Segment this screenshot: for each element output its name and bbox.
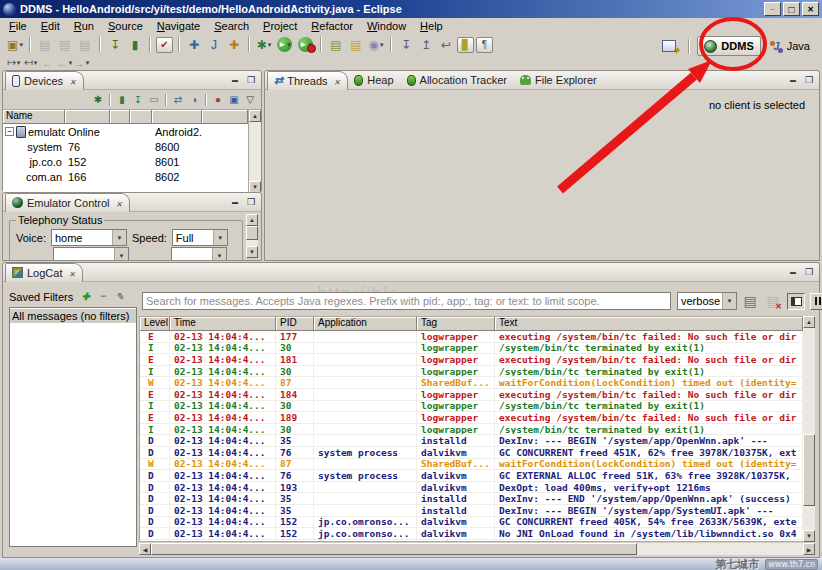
mark-occurrences-button[interactable]: ▊ bbox=[457, 37, 474, 53]
clear-log-button[interactable] bbox=[764, 293, 782, 310]
dump-hprof-button[interactable]: ↧ bbox=[130, 92, 146, 107]
menu-item[interactable]: Navigate bbox=[150, 19, 207, 33]
new-wizard-button[interactable]: ▣ bbox=[6, 36, 24, 54]
close-icon[interactable] bbox=[332, 75, 341, 87]
pause-log-button[interactable] bbox=[810, 293, 822, 310]
column-header[interactable] bbox=[152, 110, 202, 124]
stop-process-button[interactable]: ● bbox=[210, 92, 226, 107]
maximize-view-button[interactable] bbox=[803, 267, 815, 278]
scrollbar-thumb[interactable] bbox=[151, 543, 637, 555]
tab-devices[interactable]: Devices bbox=[5, 71, 84, 90]
new-junit-button[interactable]: J bbox=[205, 36, 223, 54]
chevron-down-icon[interactable] bbox=[114, 248, 128, 260]
menu-item[interactable]: Run bbox=[67, 19, 101, 33]
new-task-button[interactable]: ✔ bbox=[156, 37, 173, 53]
search-button[interactable]: ◉ bbox=[367, 36, 385, 54]
log-row[interactable]: D 02-13 14:04:4... 152 jp.co.omronso... … bbox=[140, 528, 803, 540]
last-edit-location-button[interactable]: ↩ bbox=[437, 36, 455, 54]
search-input[interactable] bbox=[142, 292, 671, 310]
new-project-button[interactable]: ✚ bbox=[185, 36, 203, 54]
menu-item[interactable]: Window bbox=[360, 19, 413, 33]
process-row[interactable]: jp.co.o 152 8601 bbox=[3, 154, 248, 169]
scroll-left-button[interactable] bbox=[139, 543, 151, 555]
save-button[interactable]: ▤ bbox=[36, 36, 54, 54]
filter-item[interactable]: All messages (no filters) bbox=[10, 309, 136, 323]
log-row[interactable]: I 02-13 14:04:4... 30 logwrapper /system… bbox=[140, 424, 803, 436]
close-icon[interactable] bbox=[66, 267, 75, 279]
menu-item[interactable]: Search bbox=[207, 19, 256, 33]
column-header[interactable]: Application bbox=[314, 317, 417, 331]
log-vertical-scrollbar[interactable] bbox=[803, 316, 815, 542]
voice-select[interactable]: home bbox=[51, 229, 127, 246]
scroll-right-button[interactable] bbox=[803, 543, 815, 555]
external-tools-button[interactable]: ► bbox=[298, 37, 313, 52]
screen-capture-button[interactable]: ▣ bbox=[226, 92, 242, 107]
log-row[interactable]: D 02-13 14:04:4... 76 system process dal… bbox=[140, 447, 803, 459]
log-row[interactable]: D 02-13 14:04:4... 152 jp.co.omronso... … bbox=[140, 517, 803, 529]
log-row[interactable]: D 02-13 14:04:4... 35 installd DexInv: -… bbox=[140, 435, 803, 447]
minimize-window-button[interactable] bbox=[764, 2, 781, 16]
scroll-down-button[interactable] bbox=[249, 181, 261, 192]
close-window-button[interactable] bbox=[802, 2, 819, 16]
scroll-up-button[interactable] bbox=[249, 110, 261, 122]
close-icon[interactable] bbox=[114, 197, 123, 209]
scroll-up-button[interactable] bbox=[246, 214, 258, 226]
maximize-view-button[interactable] bbox=[803, 75, 815, 86]
delete-filter-button[interactable] bbox=[96, 290, 109, 303]
minimize-view-button[interactable] bbox=[787, 75, 799, 86]
log-level-select[interactable]: verbose bbox=[677, 292, 737, 310]
update-heap-button[interactable]: ▮ bbox=[114, 92, 130, 107]
latency-select[interactable] bbox=[171, 247, 227, 260]
device-row[interactable]: emulator-5554 Online Android2... bbox=[3, 124, 248, 139]
next-annotation-button[interactable]: ↧ bbox=[397, 36, 415, 54]
back-history-button[interactable]: ← bbox=[57, 56, 72, 69]
tab-logcat[interactable]: LogCat bbox=[5, 263, 83, 282]
log-row[interactable]: D 02-13 14:04:4... 76 system process dal… bbox=[140, 470, 803, 482]
perspective-ddms-button[interactable]: DDMS bbox=[697, 36, 760, 56]
menu-item[interactable]: Help bbox=[413, 19, 450, 33]
debug-process-button[interactable]: ✱ bbox=[90, 92, 106, 107]
log-row[interactable]: D 02-13 14:04:4... 152 jp.co.omronso... … bbox=[140, 540, 803, 541]
scrollbar-thumb[interactable] bbox=[803, 434, 815, 506]
close-icon[interactable] bbox=[67, 75, 76, 87]
open-type-button[interactable]: ▤ bbox=[327, 36, 345, 54]
column-header[interactable]: Text bbox=[495, 317, 803, 331]
tab-threads[interactable]: Threads bbox=[267, 71, 348, 90]
log-horizontal-scrollbar[interactable] bbox=[139, 543, 815, 555]
log-row[interactable]: I 02-13 14:04:4... 30 logwrapper /system… bbox=[140, 401, 803, 413]
menu-item[interactable]: Refactor bbox=[304, 19, 360, 33]
tab-file-explorer[interactable]: File Explorer bbox=[514, 71, 604, 90]
log-row[interactable]: E 02-13 14:04:4... 177 logwrapper execut… bbox=[140, 331, 803, 343]
update-threads-button[interactable]: ⇄ bbox=[170, 92, 186, 107]
log-row[interactable]: E 02-13 14:04:4... 189 logwrapper execut… bbox=[140, 412, 803, 424]
tab-emulator-control[interactable]: Emulator Control bbox=[5, 193, 130, 212]
perspective-java-button[interactable]: J Java bbox=[764, 36, 816, 56]
avd-manager-button[interactable]: ▮ bbox=[126, 36, 144, 54]
sdk-manager-button[interactable]: ↧ bbox=[106, 36, 124, 54]
previous-annotation-button[interactable]: ↥ bbox=[417, 36, 435, 54]
start-profiling-button[interactable]: ◑ bbox=[186, 92, 202, 107]
run-button[interactable]: ► bbox=[277, 37, 292, 52]
menu-item[interactable]: File bbox=[2, 19, 34, 33]
cause-gc-button[interactable]: ▭ bbox=[146, 92, 162, 107]
column-header[interactable]: PID bbox=[276, 317, 314, 331]
process-row[interactable]: com.an 166 8602 bbox=[3, 169, 248, 184]
scroll-up-button[interactable] bbox=[803, 316, 815, 328]
menu-item[interactable]: Project bbox=[256, 19, 304, 33]
maximize-view-button[interactable] bbox=[245, 75, 257, 86]
maximize-window-button[interactable] bbox=[783, 2, 800, 16]
column-header[interactable] bbox=[110, 110, 130, 124]
collapse-icon[interactable] bbox=[5, 127, 14, 136]
log-row[interactable]: W 02-13 14:04:4... 87 SharedBuf... waitF… bbox=[140, 459, 803, 471]
speed-select[interactable]: Full bbox=[172, 229, 228, 246]
column-header[interactable]: Tag bbox=[417, 317, 495, 331]
menu-item[interactable]: Edit bbox=[34, 19, 67, 33]
edit-filter-button[interactable] bbox=[113, 290, 126, 303]
column-header[interactable] bbox=[202, 110, 248, 124]
log-row[interactable]: D 02-13 14:04:4... 193 dalvikvm DexOpt: … bbox=[140, 482, 803, 494]
column-header[interactable]: Name bbox=[3, 110, 65, 124]
tab-heap[interactable]: Heap bbox=[348, 71, 400, 90]
log-row[interactable]: E 02-13 14:04:4... 181 logwrapper execut… bbox=[140, 354, 803, 366]
open-resource-button[interactable]: ▤ bbox=[347, 36, 365, 54]
chevron-down-icon[interactable] bbox=[112, 230, 126, 245]
